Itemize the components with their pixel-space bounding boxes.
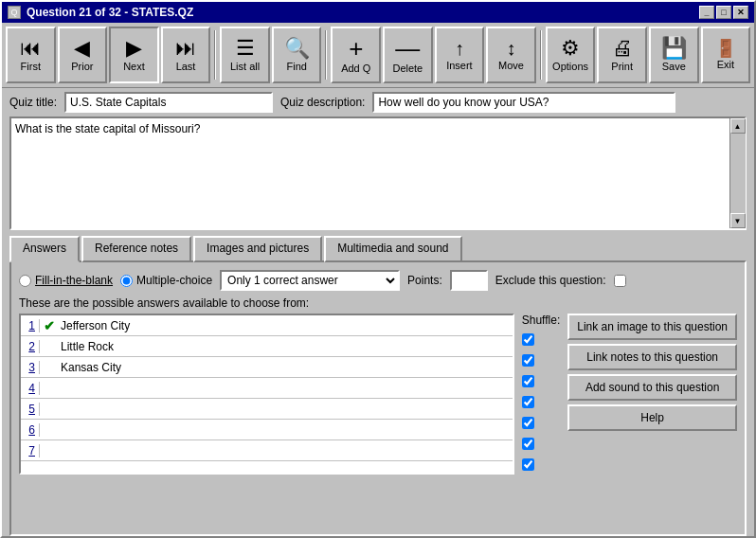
list-all-button[interactable]: ☰ List all xyxy=(220,27,270,83)
scroll-down-button[interactable]: ▼ xyxy=(730,213,746,228)
separator-2 xyxy=(325,30,327,80)
answers-table-area: 1 ✔ 2 3 xyxy=(19,314,737,475)
next-label: Next xyxy=(123,61,145,72)
first-button[interactable]: ⏮ First xyxy=(6,27,56,83)
answer-input-2[interactable] xyxy=(59,336,513,356)
help-button[interactable]: Help xyxy=(567,404,737,431)
exit-button[interactable]: 🚪 Exit xyxy=(701,27,751,83)
save-button[interactable]: 💾 Save xyxy=(649,27,699,83)
points-input[interactable] xyxy=(450,270,488,291)
prior-icon: ◀ xyxy=(74,38,90,59)
shuffle-label: Shuffle: xyxy=(522,314,560,327)
move-label: Move xyxy=(498,60,524,71)
shuffle-check-5[interactable] xyxy=(522,417,534,429)
table-row: 5 xyxy=(21,399,513,420)
add-q-button[interactable]: + Add Q xyxy=(331,27,381,83)
shuffle-check-7[interactable] xyxy=(522,458,534,471)
shuffle-check-4[interactable] xyxy=(522,396,534,408)
maximize-button[interactable]: □ xyxy=(716,6,731,19)
find-label: Find xyxy=(286,61,306,72)
scroll-up-button[interactable]: ▲ xyxy=(730,118,746,134)
answer-num-4: 4 xyxy=(21,382,40,395)
list-all-label: List all xyxy=(230,61,260,72)
main-window: Q Question 21 of 32 - STATES.QZ _ □ ✕ ⏮ … xyxy=(0,0,756,538)
next-button[interactable]: ▶ Next xyxy=(109,27,159,83)
last-button[interactable]: ⏭ Last xyxy=(161,27,211,83)
first-icon: ⏮ xyxy=(20,38,41,59)
delete-button[interactable]: — Delete xyxy=(383,27,433,83)
answer-num-6: 6 xyxy=(21,423,40,437)
table-row: 3 xyxy=(21,357,513,378)
options-label: Options xyxy=(552,61,588,72)
shuffle-check-1[interactable] xyxy=(522,333,534,346)
shuffle-check-row-4 xyxy=(522,391,560,412)
link-notes-button[interactable]: Link notes to this question xyxy=(567,344,737,370)
tab-images-and-pictures[interactable]: Images and pictures xyxy=(193,236,322,262)
answer-input-5[interactable] xyxy=(59,399,513,419)
delete-icon: — xyxy=(395,36,420,61)
answer-input-4[interactable] xyxy=(59,378,513,398)
add-sound-button[interactable]: Add sound to this question xyxy=(567,374,737,401)
shuffle-check-3[interactable] xyxy=(522,375,534,387)
insert-icon: ↑ xyxy=(455,39,464,58)
app-icon: Q xyxy=(8,6,21,19)
multiple-choice-label: Multiple-choice xyxy=(136,274,212,287)
question-area: What is the state capital of Missouri? ▲… xyxy=(9,117,747,230)
shuffle-check-row-2 xyxy=(522,350,560,370)
tabs-area: Answers Reference notes Images and pictu… xyxy=(9,234,747,260)
fill-in-blank-radio[interactable] xyxy=(19,275,31,287)
print-icon: 🖨 xyxy=(612,38,633,59)
exclude-label: Exclude this question: xyxy=(495,274,606,287)
close-button[interactable]: ✕ xyxy=(733,6,748,19)
title-bar: Q Question 21 of 32 - STATES.QZ _ □ ✕ xyxy=(2,2,754,23)
tab-multimedia-and-sound[interactable]: Multimedia and sound xyxy=(324,236,461,262)
insert-button[interactable]: ↑ Insert xyxy=(435,27,485,83)
shuffle-check-row-3 xyxy=(522,370,560,391)
answers-options-row: Fill-in-the-blank Multiple-choice Only 1… xyxy=(19,270,737,291)
title-buttons: _ □ ✕ xyxy=(699,6,748,19)
tab-content-answers: Fill-in-the-blank Multiple-choice Only 1… xyxy=(9,260,747,536)
window-title: Question 21 of 32 - STATES.QZ xyxy=(27,6,193,19)
multiple-choice-radio-group: Multiple-choice xyxy=(120,274,212,287)
list-all-icon: ☰ xyxy=(236,38,255,59)
action-buttons: Link an image to this question Link note… xyxy=(567,314,737,431)
link-image-button[interactable]: Link an image to this question xyxy=(567,314,737,340)
tab-answers[interactable]: Answers xyxy=(9,236,80,262)
tabs-row: Answers Reference notes Images and pictu… xyxy=(9,234,747,260)
answer-input-7[interactable] xyxy=(59,440,513,460)
answer-input-3[interactable] xyxy=(59,357,513,377)
answer-num-2: 2 xyxy=(21,340,40,353)
save-label: Save xyxy=(662,61,686,72)
prior-button[interactable]: ◀ Prior xyxy=(58,27,108,83)
answer-input-1[interactable] xyxy=(59,315,513,335)
points-label: Points: xyxy=(407,274,442,287)
correct-answer-select[interactable]: Only 1 correct answer Multiple correct a… xyxy=(220,270,400,291)
shuffle-check-2[interactable] xyxy=(522,354,534,367)
answer-input-6[interactable] xyxy=(59,420,513,439)
prior-label: Prior xyxy=(71,61,93,72)
quiz-desc-input[interactable] xyxy=(372,92,675,113)
find-button[interactable]: 🔍 Find xyxy=(272,27,322,83)
print-button[interactable]: 🖨 Print xyxy=(597,27,647,83)
shuffle-check-6[interactable] xyxy=(522,438,534,450)
multiple-choice-radio[interactable] xyxy=(120,275,133,287)
minimize-button[interactable]: _ xyxy=(699,6,714,19)
shuffle-check-row-6 xyxy=(522,433,560,454)
quiz-desc-label: Quiz description: xyxy=(280,96,365,109)
exclude-checkbox[interactable] xyxy=(614,275,626,287)
table-row: 4 xyxy=(21,378,513,399)
fill-in-blank-label: Fill-in-the-blank xyxy=(35,274,113,287)
shuffle-check-row-7 xyxy=(522,454,560,475)
answer-num-3: 3 xyxy=(21,361,40,374)
next-icon: ▶ xyxy=(126,38,142,59)
move-button[interactable]: ↕ Move xyxy=(486,27,536,83)
separator-3 xyxy=(540,30,542,80)
scroll-track xyxy=(730,134,746,213)
shuffle-check-row-5 xyxy=(522,412,560,433)
question-textarea[interactable]: What is the state capital of Missouri? xyxy=(11,118,729,228)
add-q-icon: + xyxy=(349,36,363,61)
quiz-title-input[interactable] xyxy=(64,92,273,113)
options-button[interactable]: ⚙ Options xyxy=(546,27,596,83)
tab-reference-notes[interactable]: Reference notes xyxy=(81,236,191,262)
insert-label: Insert xyxy=(446,60,473,71)
